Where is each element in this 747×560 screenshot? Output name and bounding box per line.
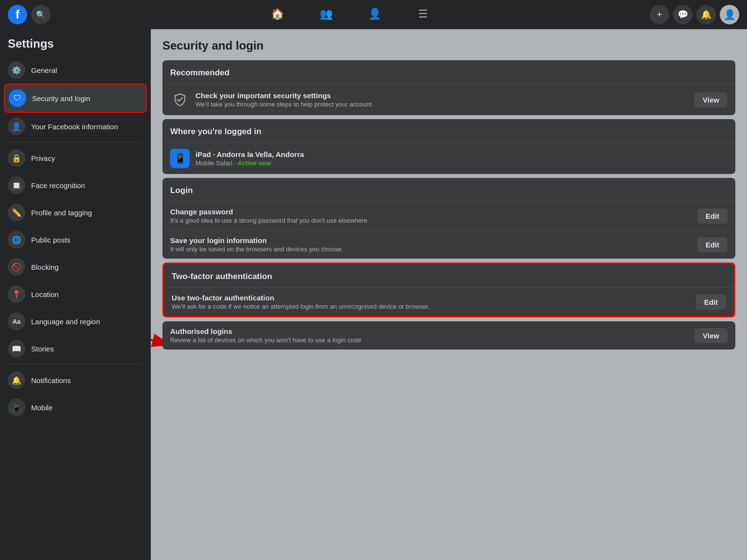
sidebar-item-label-mobile: Mobile: [31, 403, 53, 412]
sidebar-item-security[interactable]: 🛡 Security and login: [5, 85, 146, 112]
language-icon: Aa: [8, 313, 25, 330]
tfa-row: Use two-factor authentication We'll ask …: [164, 288, 734, 316]
security-check-row: Check your important security settings W…: [162, 84, 735, 115]
create-button[interactable]: +: [650, 5, 669, 24]
authorised-logins-title: Authorised logins: [170, 327, 689, 335]
change-password-title: Change password: [170, 208, 692, 216]
sidebar-item-label-face: Face recognition: [31, 181, 85, 190]
security-check-subtitle: We'll take you through some steps to hel…: [196, 101, 689, 108]
security-check-title: Check your important security settings: [196, 91, 689, 100]
annotation-arrow: [151, 292, 162, 350]
nav-home-button[interactable]: 🏠: [253, 3, 302, 26]
security-check-action: View: [694, 92, 728, 107]
device-icon: 📱: [170, 149, 190, 168]
sidebar-divider-2: [8, 364, 143, 365]
general-icon: ⚙️: [8, 61, 25, 79]
nav-groups-button[interactable]: 👤: [350, 3, 399, 26]
tfa-title: Use two-factor authentication: [172, 294, 690, 302]
save-login-subtitle: It will only be saved on the browsers an…: [170, 245, 692, 253]
change-password-text: Change password It's a good idea to use …: [170, 208, 692, 224]
device-row: 📱 iPad · Andorra la Vella, Andorra Mobil…: [162, 143, 735, 174]
authorised-logins-subtitle: Review a list of devices on which you wo…: [170, 336, 689, 344]
sidebar-item-label-fb-info: Your Facebook information: [31, 122, 118, 131]
authorised-logins-view-button[interactable]: View: [694, 328, 728, 343]
save-login-row: Save your login information It will only…: [162, 230, 735, 259]
security-check-view-button[interactable]: View: [694, 92, 728, 107]
tfa-subtitle: We'll ask for a code if we notice an att…: [172, 303, 690, 310]
save-login-action: Edit: [697, 237, 728, 252]
recommended-header: Recommended: [162, 60, 735, 84]
messenger-button[interactable]: 💬: [673, 5, 693, 24]
authorised-logins-card: Authorised logins Review a list of devic…: [162, 321, 735, 350]
logged-in-header: Where you're logged in: [162, 119, 735, 143]
sidebar-item-notifications[interactable]: 🔔 Notifications: [4, 367, 147, 394]
sidebar-item-public-posts[interactable]: 🌐 Public posts: [4, 226, 147, 253]
security-check-text: Check your important security settings W…: [196, 91, 689, 108]
tfa-header: Two-factor authentication: [164, 264, 734, 288]
profile-avatar[interactable]: 👤: [720, 5, 739, 24]
authorised-logins-row: Authorised logins Review a list of devic…: [162, 321, 735, 350]
profile-tagging-icon: ✏️: [8, 204, 25, 221]
login-card: Login Change password It's a good idea t…: [162, 178, 735, 259]
stories-icon: 📖: [8, 340, 25, 357]
login-header: Login: [162, 178, 735, 202]
tfa-card: Two-factor authentication Use two-factor…: [162, 262, 735, 317]
search-button[interactable]: 🔍: [31, 5, 51, 24]
sidebar-item-privacy[interactable]: 🔒 Privacy: [4, 144, 147, 172]
fb-info-icon: 👤: [8, 118, 25, 135]
sidebar-item-face[interactable]: 🔲 Face recognition: [4, 172, 147, 199]
sidebar-item-label-location: Location: [31, 290, 59, 298]
tfa-edit-button[interactable]: Edit: [696, 295, 726, 310]
page-title: Security and login: [162, 39, 735, 52]
active-now-label: Active now: [238, 159, 271, 167]
privacy-icon: 🔒: [8, 149, 25, 167]
location-icon: 📍: [8, 285, 25, 303]
sidebar-item-mobile[interactable]: 📱 Mobile: [4, 394, 147, 421]
logged-in-card: Where you're logged in 📱 iPad · Andorra …: [162, 119, 735, 174]
public-posts-icon: 🌐: [8, 231, 25, 248]
device-text: iPad · Andorra la Vella, Andorra Mobile …: [196, 150, 728, 167]
shield-check-icon: [170, 90, 190, 109]
sidebar-item-language[interactable]: Aa Language and region: [4, 308, 147, 335]
sidebar-item-label-profile-tagging: Profile and tagging: [31, 209, 92, 217]
sidebar-item-label-stories: Stories: [31, 345, 54, 353]
notifications-button[interactable]: 🔔: [696, 5, 716, 24]
sidebar-item-label-language: Language and region: [31, 317, 100, 326]
sidebar-item-fb-info[interactable]: 👤 Your Facebook information: [4, 113, 147, 140]
nav-menu-button[interactable]: ☰: [399, 3, 447, 26]
recommended-card: Recommended Check your important securit…: [162, 60, 735, 115]
sidebar-item-location[interactable]: 📍 Location: [4, 280, 147, 308]
top-navigation: f 🔍 🏠 👥 👤 ☰ + 💬 🔔 👤: [0, 0, 747, 29]
mobile-icon: 📱: [8, 399, 25, 416]
tfa-text: Use two-factor authentication We'll ask …: [172, 294, 690, 310]
sidebar-item-stories[interactable]: 📖 Stories: [4, 335, 147, 362]
sidebar-item-label-privacy: Privacy: [31, 154, 55, 162]
main-content: Security and login Recommended Check you…: [151, 29, 747, 560]
sidebar-title: Settings: [4, 37, 147, 56]
change-password-action: Edit: [697, 209, 728, 224]
tfa-action: Edit: [696, 295, 726, 310]
sidebar-item-label-notifications: Notifications: [31, 376, 71, 385]
sidebar-item-profile-tagging[interactable]: ✏️ Profile and tagging: [4, 199, 147, 226]
notifications-sidebar-icon: 🔔: [8, 371, 25, 389]
sidebar-item-label-security: Security and login: [32, 94, 90, 103]
settings-sidebar: Settings ⚙️ General 🛡 Security and login…: [0, 29, 151, 560]
save-login-edit-button[interactable]: Edit: [697, 237, 728, 252]
security-icon: 🛡: [9, 89, 26, 107]
blocking-icon: 🚫: [8, 258, 25, 276]
change-password-edit-button[interactable]: Edit: [697, 209, 728, 224]
save-login-text: Save your login information It will only…: [170, 236, 692, 253]
authorised-logins-text: Authorised logins Review a list of devic…: [170, 327, 689, 344]
sidebar-item-label-general: General: [31, 66, 57, 74]
sidebar-item-label-public-posts: Public posts: [31, 236, 71, 244]
sidebar-divider: [8, 142, 143, 142]
sidebar-item-blocking[interactable]: 🚫 Blocking: [4, 253, 147, 280]
save-login-title: Save your login information: [170, 236, 692, 245]
nav-friends-button[interactable]: 👥: [302, 3, 350, 26]
change-password-subtitle: It's a good idea to use a strong passwor…: [170, 217, 692, 224]
device-browser: Mobile Safari · Active now: [196, 159, 728, 167]
sidebar-item-label-blocking: Blocking: [31, 263, 59, 271]
device-name: iPad · Andorra la Vella, Andorra: [196, 150, 728, 158]
tfa-container: Two-factor authentication Use two-factor…: [162, 262, 735, 317]
sidebar-item-general[interactable]: ⚙️ General: [4, 56, 147, 84]
